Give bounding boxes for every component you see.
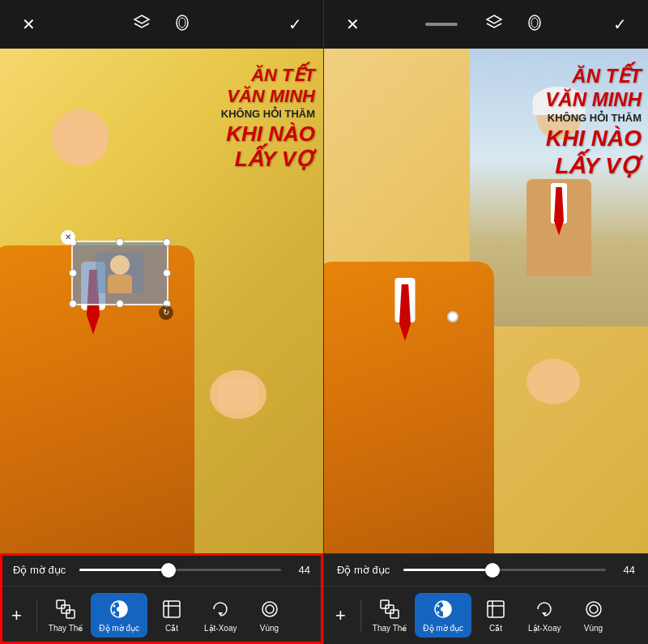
right-lat-xoay-icon — [533, 598, 556, 621]
left-check-icon[interactable]: ✓ — [283, 15, 307, 34]
right-lat-xoay-label: Lật-Xoay — [528, 624, 561, 633]
handle-tr[interactable] — [163, 238, 171, 246]
svg-point-35 — [590, 605, 598, 613]
left-lat-xoay-icon — [209, 598, 232, 621]
right-toolbar: ✕ ✓ — [324, 0, 648, 49]
left-slider-thumb[interactable] — [161, 563, 176, 578]
svg-rect-25 — [386, 605, 394, 613]
right-opacity-value: 44 — [616, 564, 635, 576]
svg-point-11 — [117, 607, 122, 612]
svg-point-1 — [179, 18, 185, 28]
left-tool-thay-the[interactable]: Thay Thế — [40, 593, 92, 638]
left-tool-bar: + Thay Thế — [0, 586, 323, 644]
right-do-mo-duc-icon — [432, 598, 454, 621]
left-tool-cat[interactable]: Cắt — [147, 593, 196, 638]
left-cat-label: Cắt — [165, 624, 178, 633]
left-thay-the-icon — [54, 598, 77, 621]
right-hand-area — [517, 352, 590, 412]
right-slider-fill — [403, 569, 492, 571]
right-character-coat — [324, 262, 494, 553]
left-text-line2: VĂN MINH — [221, 86, 315, 107]
left-vung-icon — [258, 598, 281, 621]
left-thay-the-label: Thay Thế — [49, 624, 83, 633]
left-lat-xoay-label: Lật-Xoay — [204, 624, 237, 633]
left-text-line5: LẤY VỢ — [221, 147, 315, 172]
right-tool-thay-the[interactable]: Thay Thế — [364, 593, 416, 638]
left-panel: ✕ ✓ ĂN TẾT VĂN MINH — [0, 0, 324, 644]
right-text-overlay: ĂN TẾT VĂN MINH KHÔNG HỎI THĂM KHI NÀO L… — [545, 65, 642, 180]
right-illustration: ĂN TẾT VĂN MINH KHÔNG HỎI THĂM KHI NÀO L… — [324, 49, 648, 553]
left-slider-fill — [79, 569, 168, 571]
svg-point-21 — [531, 18, 538, 28]
left-add-button[interactable]: + — [0, 605, 33, 626]
left-opacity-value: 44 — [291, 564, 310, 576]
right-slider-thumb[interactable] — [485, 563, 500, 578]
handle-mr[interactable] — [163, 269, 171, 277]
right-person-body — [526, 179, 591, 276]
right-tool-do-mo-duc[interactable]: Độ mờ đục — [415, 593, 471, 638]
svg-rect-3 — [218, 378, 258, 411]
left-text-line1: ĂN TẾT — [221, 65, 315, 86]
left-eraser-icon[interactable] — [170, 14, 194, 36]
svg-point-27 — [441, 607, 446, 612]
left-canvas: ĂN TẾT VĂN MINH KHÔNG HỎI THĂM KHI NÀO L… — [0, 49, 323, 553]
right-opacity-slider[interactable] — [403, 569, 606, 571]
right-tool-vung[interactable]: Vùng — [569, 593, 618, 638]
left-layers-icon[interactable] — [130, 14, 154, 36]
left-tool-do-mo-duc[interactable]: Độ mờ đục — [91, 593, 147, 638]
left-close-icon[interactable]: ✕ — [16, 15, 40, 34]
handle-bl[interactable] — [69, 300, 77, 308]
right-text-line3: KHÔNG HỎI THĂM — [545, 112, 642, 126]
left-text-line4: KHI NÀO — [221, 122, 315, 147]
right-tool-lat-xoay[interactable]: Lật-Xoay — [520, 593, 569, 638]
right-thay-the-label: Thay Thế — [373, 624, 407, 633]
right-cat-icon — [484, 598, 507, 621]
svg-point-22 — [526, 359, 580, 404]
right-tool-cat[interactable]: Cắt — [471, 593, 520, 638]
right-vung-label: Vùng — [584, 624, 603, 633]
selection-close[interactable]: ✕ — [61, 230, 75, 245]
svg-point-14 — [118, 602, 121, 604]
right-close-icon[interactable]: ✕ — [340, 15, 364, 34]
right-canvas: ĂN TẾT VĂN MINH KHÔNG HỎI THĂM KHI NÀO L… — [324, 49, 648, 553]
left-do-mo-duc-icon — [108, 598, 130, 621]
left-cat-icon — [160, 598, 183, 621]
svg-rect-31 — [488, 601, 504, 617]
svg-rect-7 — [57, 600, 65, 608]
rotate-handle[interactable]: ↻ — [159, 305, 173, 320]
left-bottom-controls: Độ mờ đục 44 + Thay Thế — [0, 553, 323, 644]
left-opacity-label: Độ mờ đục — [13, 564, 70, 576]
right-text-line5: LẤY VỢ — [545, 152, 642, 180]
handle-ml[interactable] — [69, 269, 77, 277]
left-text-line3: KHÔNG HỎI THĂM — [221, 108, 315, 122]
left-tool-lat-xoay[interactable]: Lật-Xoay — [196, 593, 245, 638]
selection-box[interactable]: ✕ ↻ — [71, 241, 168, 305]
left-opacity-slider[interactable] — [79, 569, 281, 571]
svg-rect-24 — [390, 610, 399, 618]
right-opacity-row: Độ mờ đục 44 — [324, 553, 648, 586]
svg-point-29 — [437, 612, 440, 614]
left-vung-label: Vùng — [260, 624, 279, 633]
svg-point-30 — [442, 602, 445, 604]
right-eraser-icon[interactable] — [522, 14, 547, 36]
handle-tm[interactable] — [116, 238, 124, 246]
right-thay-the-icon — [378, 598, 401, 621]
svg-point-19 — [266, 605, 274, 613]
right-check-icon[interactable]: ✓ — [608, 15, 632, 34]
left-hand-area — [202, 362, 275, 427]
svg-rect-23 — [381, 600, 389, 608]
right-add-button[interactable]: + — [324, 605, 357, 626]
svg-point-5 — [110, 255, 130, 275]
right-vung-icon — [582, 598, 605, 621]
handle-bm[interactable] — [116, 300, 124, 308]
svg-point-13 — [113, 612, 116, 614]
left-character-head — [52, 109, 109, 166]
right-tool-bar: + Thay Thế — [324, 586, 648, 644]
right-separator — [360, 599, 361, 632]
right-text-line1: ĂN TẾT — [545, 65, 642, 88]
left-tool-vung[interactable]: Vùng — [245, 593, 294, 638]
left-separator — [36, 599, 37, 632]
left-text-overlay: ĂN TẾT VĂN MINH KHÔNG HỎI THĂM KHI NÀO L… — [221, 65, 315, 172]
right-layers-icon[interactable] — [482, 14, 506, 36]
svg-rect-9 — [62, 605, 70, 613]
